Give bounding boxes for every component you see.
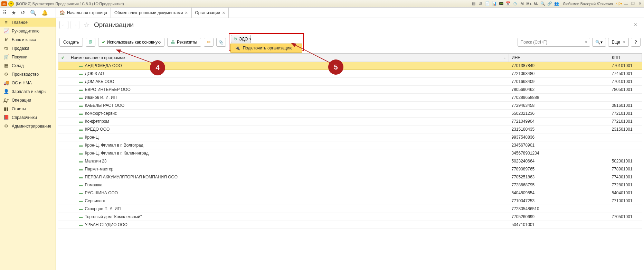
sidebar-item-6[interactable]: ⚙Производство [0,70,56,78]
row-inn-cell: 5023240664 [509,157,609,165]
content-area: ← → ☆ Организации × Создать 🗐 ✔Использов… [56,18,644,270]
create-button[interactable]: Создать [59,38,83,47]
col-check-header[interactable]: ✔ [58,54,68,62]
sidebar-item-8[interactable]: 👤Зарплата и кадры [0,87,56,96]
tab-close-icon[interactable]: × [222,10,225,16]
col-inn-header[interactable]: ИНН [509,54,609,62]
col-name-header[interactable]: Наименование в программе [68,54,509,62]
table-row[interactable]: ▬УРБАН СТУДИО ООО5047101001 [58,221,642,229]
sidebar-label: Покупки [12,55,27,59]
copy-button[interactable]: 🗐 [86,38,95,47]
document-icon[interactable]: 📄 [485,1,490,7]
table-row[interactable]: ▬Паркет-мастер7789089765778901001 [58,165,642,173]
m-minus-button[interactable]: M- [533,1,539,7]
table-row[interactable]: ▬Ромашка7728668795772801001 [58,181,642,189]
sidebar: ≡Главное📈Руководителю₽Банк и касса🛍Прода… [0,18,56,270]
search-input[interactable] [518,40,583,45]
more-button[interactable]: Еще▾ [608,38,629,47]
sidebar-item-2[interactable]: ₽Банк и касса [0,35,56,44]
clock-icon[interactable]: ◷ [512,1,518,7]
tab-close-icon[interactable]: × [185,10,188,16]
row-name-cell: ▬Конфетпром [68,118,509,125]
tab-label: Начальная страница [67,10,107,15]
table-row[interactable]: ▬Скворцов П. А. ИП772805486510 [58,205,642,213]
users-icon[interactable]: 👥 [554,1,559,7]
sidebar-item-3[interactable]: 🛍Продажи [0,44,56,53]
sidebar-item-9[interactable]: ДтОперации [0,96,56,104]
edo-menu-connect-org[interactable]: 🔌Подключить организацию [230,44,302,53]
sidebar-item-12[interactable]: ⚙Администрирование [0,122,56,130]
grid-menu-icon[interactable]: ⠿ [3,10,7,16]
sidebar-item-5[interactable]: ▦Склад [0,61,56,70]
bookmark-star-icon[interactable]: ☆ [84,21,90,29]
table-row[interactable]: ▬Конфетпром7721049904772101001 [58,118,642,125]
sidebar-item-7[interactable]: 🚚ОС и НМА [0,78,56,87]
m-plus-button[interactable]: M+ [526,1,532,7]
table-row[interactable]: ▬ДОК-3 АО7721063480774501001 [58,70,642,78]
table-row[interactable]: ▬ЕВРО ИНТЕРЬЕР ООО7805690462780501001 [58,86,642,94]
table-row[interactable]: ▬ДОМ АКБ ООО7701668409770101001 [58,78,642,86]
search-settings-button[interactable]: 🔍▾ [592,38,606,47]
history-icon[interactable]: ↺ [21,10,25,16]
page-close-icon[interactable]: × [634,22,637,28]
search-icon[interactable]: 🔍 [30,10,37,16]
panel-icon[interactable]: ▤ [471,1,476,7]
table-row[interactable]: ▬КАБЕЛЬТРАСТ ООО7729463458081601001 [58,102,642,110]
email-button[interactable]: ✉ [204,38,214,47]
use-as-main-button[interactable]: ✔Использовать как основную [98,38,164,47]
table-row[interactable]: ▬ПЕРВАЯ АККУМУЛЯТОРНАЯ КОМПАНИЯ ООО77052… [58,173,642,181]
m-button[interactable]: M [519,1,525,7]
tab-0[interactable]: 🏠Начальная страница [56,8,111,18]
row-name-cell: ▬Крон-Ц [68,133,509,141]
info-icon[interactable]: ⓘ▾ [616,1,622,7]
sidebar-item-0[interactable]: ≡Главное [0,18,56,27]
row-name-cell: ▬Сервислог [68,197,509,205]
table-row[interactable]: ▬Иванов И. И. ИП770289658888 [58,94,642,102]
calendar-icon[interactable]: 📅 [505,1,511,7]
table-row[interactable]: ▬Крон-Ц. Филиал в г. Волгоград2345678901 [58,141,642,149]
app-menu-dropdown[interactable]: ▾ [8,1,14,7]
table-row[interactable]: ▬Торговый дом "Комплексный"7705260699770… [58,213,642,221]
table-row[interactable]: ▬Крон-Ц. Филиал в г. Калининград34567890… [58,149,642,157]
table-row[interactable]: ▬Крон-Ц9937548836 [58,133,642,141]
sidebar-icon: 📈 [3,28,9,34]
back-button[interactable]: ← [59,21,68,29]
sidebar-item-10[interactable]: ▮▮Отчеты [0,104,56,113]
sidebar-item-4[interactable]: 🛒Покупки [0,53,56,61]
sidebar-item-11[interactable]: 📕Справочники [0,113,56,122]
search-global-icon[interactable]: 🔍 [540,1,546,7]
restore-icon[interactable]: ❐ [630,1,636,7]
row-name-cell: ▬Паркет-мастер [68,165,509,173]
search-clear-icon[interactable]: × [583,40,590,45]
edo-dropdown-button[interactable]: ↻ЭДО▾ [231,35,251,43]
notifications-icon[interactable]: 🔔 [41,10,48,16]
table-row[interactable]: ▬РУС-ШИНА ООО5404509554540401001 [58,189,642,197]
table-row[interactable]: ▬АНДРОМЕДА ООО7701387849770101001 [58,62,642,70]
table-row[interactable]: ▬Сервислог7710047253771001001 [58,197,642,205]
row-icon: ▬ [79,175,83,179]
calc-icon[interactable]: 📟 [499,1,504,7]
row-icon: ▬ [79,72,83,76]
stats-icon[interactable]: 📊 [492,1,497,7]
minimize-icon[interactable]: — [623,1,629,7]
table-row[interactable]: ▬Магазин 235023240664502301001 [58,157,642,165]
table-row[interactable]: ▬КРЕДО ООО2315160435231501001 [58,125,642,133]
help-button[interactable]: ? [631,38,641,47]
row-name-cell: ▬ПЕРВАЯ АККУМУЛЯТОРНАЯ КОМПАНИЯ ООО [68,173,509,181]
col-kpp-header[interactable]: КПП [609,54,642,62]
tab-2[interactable]: Организации× [192,8,229,18]
table-row[interactable]: ▬Комфорт-сервис5502021236772101001 [58,110,642,118]
requisites-button[interactable]: 🖶Реквизиты [167,38,201,47]
print-icon[interactable]: 🖶 [478,1,483,7]
sidebar-item-1[interactable]: 📈Руководителю [0,27,56,35]
row-inn-cell: 7805690462 [509,86,609,94]
favorites-icon[interactable]: ★ [11,10,16,16]
row-kpp-cell: 081601001 [609,102,642,110]
close-window-icon[interactable]: ✕ [637,1,643,7]
organizations-table: ✔ Наименование в программе ИНН КПП ▬АНДР… [58,54,642,229]
forward-button[interactable]: → [70,21,79,29]
attachment-button[interactable]: 📎 [216,38,226,47]
link-icon[interactable]: 🔗 [547,1,552,7]
tab-1[interactable]: Обмен электронными документами× [111,8,191,18]
row-inn-cell: 345678901234 [509,149,609,157]
